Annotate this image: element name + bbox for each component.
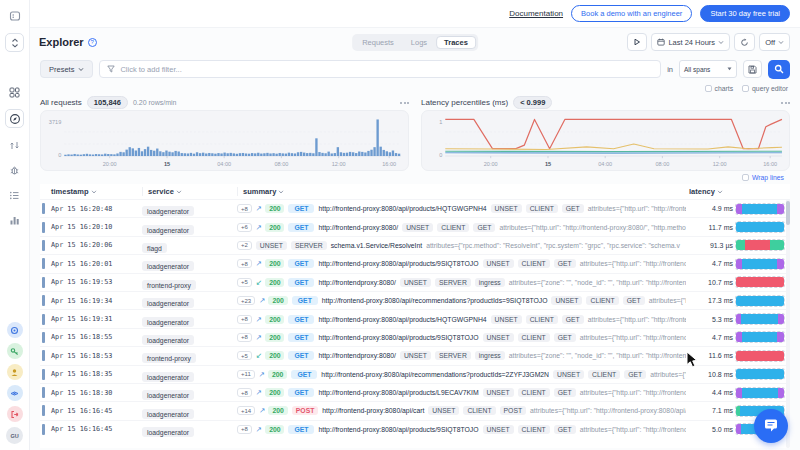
tab-requests[interactable]: Requests — [354, 36, 402, 49]
svg-text:16:00: 16:00 — [382, 161, 396, 167]
table-row[interactable]: Apr 15 16:18:55loadgenerator+8↗200GEThtt… — [40, 328, 790, 346]
target-icon[interactable] — [7, 322, 23, 338]
user-icon[interactable] — [7, 364, 23, 380]
presets-button[interactable]: Presets — [40, 60, 93, 78]
view-options: charts query editor — [30, 82, 800, 94]
svg-text:16:00: 16:00 — [763, 161, 777, 167]
svg-text:0: 0 — [439, 152, 442, 158]
charts-checkbox-label: charts — [715, 85, 734, 92]
sidebar: GU — [0, 0, 30, 450]
latency-chart-title: Latency percentiles (ms) — [421, 98, 508, 107]
documentation-link[interactable]: Documentation — [509, 9, 563, 18]
svg-text:20:00: 20:00 — [484, 161, 498, 167]
logs-list-icon[interactable] — [7, 187, 23, 203]
run-query-button[interactable] — [627, 33, 647, 51]
chat-widget-button[interactable] — [754, 409, 788, 443]
column-latency[interactable]: latency — [689, 187, 733, 196]
requests-chart-title: All requests — [40, 98, 82, 107]
explorer-compass-icon[interactable] — [5, 109, 24, 128]
charts-checkbox[interactable]: charts — [705, 85, 734, 92]
panel-toggle-icon[interactable] — [7, 8, 23, 24]
tab-logs[interactable]: Logs — [403, 36, 435, 49]
svg-text:0: 0 — [58, 152, 61, 158]
requests-count-badge: 105,846 — [87, 96, 128, 109]
save-icon — [748, 65, 757, 74]
scope-value: All spans — [684, 66, 710, 73]
svg-text:15: 15 — [545, 161, 552, 167]
wrap-lines-checkbox[interactable] — [742, 174, 749, 181]
table-row[interactable]: Apr 15 16:20:10loadgenerator+6↗200GEThtt… — [40, 217, 790, 235]
table-row[interactable]: Apr 15 16:19:34loadgenerator+23↗200GETht… — [40, 291, 790, 309]
checkbox-icon — [742, 85, 749, 92]
topbar: Documentation Book a demo with an engine… — [30, 0, 800, 28]
refresh-button[interactable] — [734, 33, 755, 51]
svg-text:08:00: 08:00 — [274, 161, 288, 167]
svg-text:1: 1 — [439, 119, 442, 125]
checkbox-icon — [705, 85, 712, 92]
sort-chevron-icon — [176, 190, 182, 194]
table-row[interactable]: Apr 15 16:18:35loadgenerator+11↗200GETht… — [40, 365, 790, 383]
column-service[interactable]: service — [142, 187, 234, 196]
table-row[interactable]: Apr 15 16:18:30loadgenerator+8↗200GEThtt… — [40, 383, 790, 401]
time-range-dropdown[interactable]: Last 24 Hours — [651, 33, 730, 51]
more-menu-icon[interactable] — [781, 102, 790, 104]
logout-icon[interactable] — [7, 406, 23, 422]
free-trial-button[interactable]: Start 30 day free trial — [700, 5, 790, 22]
svg-text:08:00: 08:00 — [655, 161, 669, 167]
signal-tabs: Requests Logs Traces — [352, 34, 478, 51]
save-view-button[interactable] — [743, 60, 762, 78]
filter-input[interactable]: Click to add filter... — [99, 60, 661, 78]
table-row[interactable]: Apr 15 16:19:53frontend-proxy+5↙200GETht… — [40, 273, 790, 291]
page-title: Explorer — [39, 36, 84, 48]
table-header: timestamp service summary latency — [40, 184, 790, 199]
requests-chart-card: All requests 105,846 0.20 rows/min 37190… — [40, 95, 409, 171]
table-row[interactable]: Apr 15 16:18:53frontend-proxy+5↙200GETht… — [40, 346, 790, 364]
trace-table: timestamp service summary latency Apr 15 — [40, 184, 790, 448]
column-summary[interactable]: summary — [237, 187, 686, 196]
avatar[interactable]: GU — [6, 427, 23, 444]
search-button[interactable] — [768, 60, 790, 79]
wrap-lines-option: Wrap lines — [30, 171, 800, 184]
table-scrollbar[interactable] — [786, 199, 790, 448]
chat-icon — [763, 418, 779, 434]
key-icon[interactable] — [7, 343, 23, 359]
live-mode-dropdown[interactable]: Off — [759, 33, 790, 51]
requests-chart[interactable]: 3719020:001504:0008:0012:0016:00 — [40, 110, 409, 171]
metrics-chart-icon[interactable] — [7, 212, 23, 228]
trace-rows: Apr 15 16:20:48loadgenerator+8↗200GEThtt… — [40, 199, 790, 438]
table-row[interactable]: Apr 15 16:19:31loadgenerator+8↗200GEThtt… — [40, 309, 790, 327]
span-scope-select[interactable]: All spans — [679, 60, 737, 78]
latency-badge: < 0.999 — [513, 96, 552, 109]
book-demo-button[interactable]: Book a demo with an engineer — [571, 5, 692, 22]
table-row[interactable]: Apr 15 16:16:45loadgenerator+14↗200POSTh… — [40, 401, 790, 419]
svg-text:12:00: 12:00 — [332, 161, 346, 167]
column-timestamp[interactable]: timestamp — [51, 187, 139, 196]
dashboards-grid-icon[interactable] — [7, 84, 23, 100]
latency-chart[interactable]: 1020:001504:0008:0012:0016:00 — [421, 110, 790, 171]
svg-text:20:00: 20:00 — [103, 161, 117, 167]
more-menu-icon[interactable] — [400, 102, 409, 104]
svg-text:12:00: 12:00 — [713, 161, 727, 167]
svg-text:04:00: 04:00 — [598, 161, 612, 167]
sort-chevron-icon — [91, 190, 97, 194]
live-mode-label: Off — [765, 38, 775, 47]
select-arrow-icon — [727, 67, 732, 71]
table-row[interactable]: Apr 15 16:20:48loadgenerator+8↗200GEThtt… — [40, 199, 790, 217]
table-row[interactable]: Apr 15 16:20:06flagd+2UNSETSERVERschema.… — [40, 236, 790, 254]
exceptions-bug-icon[interactable] — [7, 162, 23, 178]
funnel-icon — [107, 65, 115, 73]
tab-traces[interactable]: Traces — [436, 36, 476, 49]
collapse-expand-icon[interactable] — [5, 33, 24, 52]
help-icon[interactable]: ? — [88, 38, 97, 47]
table-row[interactable]: Apr 15 16:20:01loadgenerator+8↗200GEThtt… — [40, 254, 790, 272]
eye-icon[interactable] — [7, 385, 23, 401]
chevron-down-icon — [718, 40, 724, 45]
svg-text:15: 15 — [164, 161, 171, 167]
requests-rate: 0.20 rows/min — [133, 99, 177, 106]
in-label: in — [667, 65, 673, 74]
pipelines-icon[interactable] — [7, 137, 23, 153]
play-icon — [633, 38, 641, 46]
table-row[interactable]: Apr 15 16:16:45loadgenerator+8↗200GEThtt… — [40, 420, 790, 438]
explorer-header: Explorer ? Requests Logs Traces Last 24 … — [30, 28, 800, 56]
query-editor-checkbox[interactable]: query editor — [742, 85, 788, 92]
